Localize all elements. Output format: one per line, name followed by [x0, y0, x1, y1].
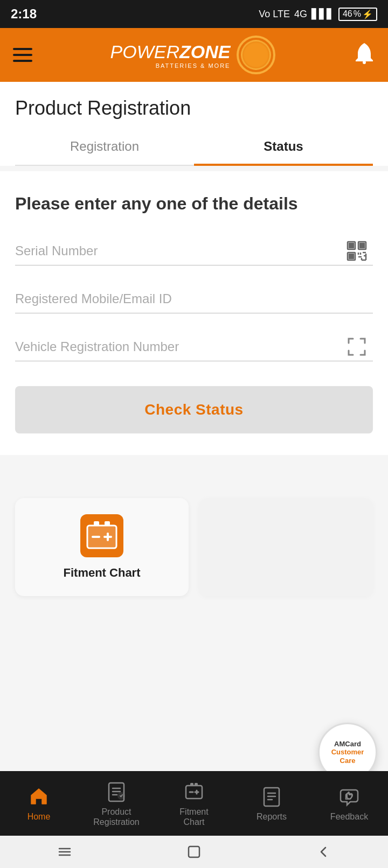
- app-header: POWERZONE BATTERIES & MORE: [0, 28, 388, 82]
- logo-sub: BATTERIES & MORE: [156, 62, 231, 69]
- svg-rect-4: [360, 243, 364, 248]
- svg-point-0: [363, 61, 366, 64]
- network-indicator: Vo LTE: [259, 9, 290, 20]
- page-title-section: Product Registration Registration Status: [0, 82, 388, 166]
- tab-registration[interactable]: Registration: [15, 128, 194, 165]
- data-speed: 4G: [294, 9, 307, 20]
- battery-indicator: 46% ⚡: [338, 8, 377, 21]
- fitment-chart-label: Fitment Chart: [64, 566, 141, 580]
- status-indicators: Vo LTE 4G ▋▋▋ 46% ⚡: [259, 8, 377, 21]
- battery-icon: [80, 514, 123, 557]
- vehicle-registration-input[interactable]: [15, 333, 373, 361]
- logo-power: POWER: [110, 41, 179, 62]
- fab-care-label: CustomerCare: [331, 748, 364, 765]
- serial-number-input[interactable]: [15, 237, 373, 265]
- logo-zone: ZONE: [179, 41, 230, 62]
- svg-rect-6: [349, 254, 354, 258]
- system-home-button[interactable]: [181, 844, 207, 860]
- app-logo: POWERZONE BATTERIES & MORE: [110, 36, 276, 74]
- nav-home[interactable]: Home: [12, 785, 66, 822]
- signal-bars: ▋▋▋: [311, 8, 334, 20]
- svg-rect-35: [189, 846, 199, 857]
- tab-bar: Registration Status: [15, 128, 373, 166]
- form-heading: Please enter any one of the details: [15, 193, 373, 215]
- hamburger-menu[interactable]: [13, 48, 32, 62]
- system-back-button[interactable]: [310, 844, 337, 860]
- card-section: Fitment Chart: [0, 487, 388, 607]
- svg-rect-2: [349, 243, 354, 248]
- nav-reports[interactable]: Reports: [245, 785, 299, 822]
- charging-icon: ⚡: [362, 9, 373, 19]
- nav-fitment-chart[interactable]: FitmentChart: [167, 780, 221, 827]
- check-status-button[interactable]: Check Status: [15, 386, 373, 433]
- nav-home-label: Home: [27, 811, 51, 822]
- svg-rect-26: [186, 786, 202, 799]
- logo-badge: [237, 36, 275, 74]
- serial-number-group: [15, 237, 373, 265]
- qr-scan-icon[interactable]: [345, 239, 369, 263]
- fab-brand-text: AMCard: [334, 740, 361, 748]
- nav-reports-label: Reports: [257, 811, 287, 822]
- page-title: Product Registration: [15, 97, 373, 120]
- nav-product-registration[interactable]: ProductRegistration: [89, 780, 143, 827]
- vehicle-registration-group: [15, 333, 373, 361]
- mobile-email-input[interactable]: [15, 285, 373, 313]
- fitment-chart-icon: [182, 780, 206, 803]
- nav-feedback-label: Feedback: [330, 811, 368, 822]
- home-icon: [27, 785, 51, 808]
- notification-bell[interactable]: [354, 41, 375, 69]
- system-nav-bar: [0, 836, 388, 868]
- nav-product-registration-label: ProductRegistration: [93, 807, 139, 827]
- nav-feedback[interactable]: Feedback: [322, 785, 376, 822]
- placeholder-card: [199, 498, 373, 596]
- product-registration-icon: [105, 780, 128, 803]
- fitment-chart-card[interactable]: Fitment Chart: [15, 498, 189, 596]
- nav-fitment-chart-label: FitmentChart: [179, 807, 208, 827]
- reports-icon: [260, 785, 283, 808]
- feedback-icon: [337, 785, 361, 808]
- system-menu-button[interactable]: [51, 844, 78, 860]
- bottom-navigation: Home ProductRegistration: [0, 771, 388, 836]
- mobile-email-group: [15, 285, 373, 313]
- status-form-section: Please enter any one of the details: [0, 171, 388, 455]
- tab-status[interactable]: Status: [194, 128, 373, 165]
- vehicle-scan-icon[interactable]: [345, 335, 369, 359]
- time-display: 2:18: [11, 6, 37, 22]
- status-bar: 2:18 Vo LTE 4G ▋▋▋ 46% ⚡: [0, 0, 388, 28]
